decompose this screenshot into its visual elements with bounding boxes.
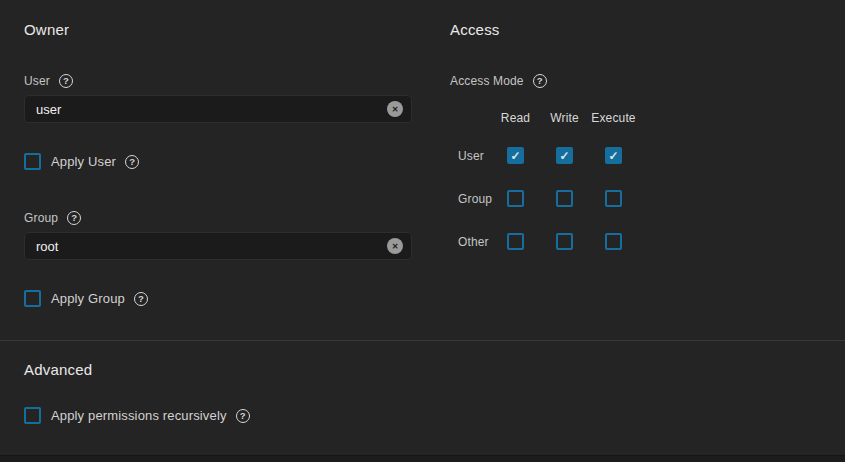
access-cell: ✓ [540, 147, 589, 164]
apply-group-row: ✓ Apply Group ? [24, 290, 412, 307]
check-icon: ✓ [510, 150, 520, 162]
recursive-row: ✓ Apply permissions recursively ? [24, 407, 821, 424]
apply-user-checkbox[interactable]: ✓ [24, 153, 41, 170]
access-section-title: Access [450, 22, 638, 38]
checkbox-other-write[interactable]: ✓ [556, 233, 573, 250]
clear-icon[interactable]: ✕ [387, 101, 403, 117]
access-cell: ✓ [540, 190, 589, 207]
recursive-label: Apply permissions recursively [51, 408, 227, 423]
access-col-execute: Execute [589, 111, 638, 125]
access-col-write: Write [540, 111, 589, 125]
checkbox-other-execute[interactable]: ✓ [605, 233, 622, 250]
access-row-label: User [450, 149, 491, 163]
owner-section: Owner User ? ✕ ✓ Apply User ? Group ? ✕ … [24, 22, 412, 340]
group-input-wrap: ✕ [24, 232, 412, 260]
access-cell: ✓ [491, 233, 540, 250]
section-edge-divider [0, 455, 845, 462]
access-cell: ✓ [540, 233, 589, 250]
help-icon[interactable]: ? [67, 211, 81, 225]
access-row-label: Other [450, 235, 491, 249]
group-field-label: Group [24, 211, 58, 225]
permissions-form-top: Owner User ? ✕ ✓ Apply User ? Group ? ✕ … [0, 0, 845, 341]
help-icon[interactable]: ? [236, 409, 250, 423]
access-col-read: Read [491, 111, 540, 125]
help-icon[interactable]: ? [59, 74, 73, 88]
access-cell: ✓ [491, 147, 540, 164]
access-cell: ✓ [589, 190, 638, 207]
apply-user-label: Apply User [51, 154, 116, 169]
check-icon: ✓ [559, 150, 569, 162]
help-icon[interactable]: ? [134, 292, 148, 306]
access-row: Other✓✓✓ [450, 233, 638, 250]
check-icon: ✓ [608, 150, 618, 162]
checkbox-other-read[interactable]: ✓ [507, 233, 524, 250]
user-field-label: User [24, 74, 50, 88]
apply-group-checkbox[interactable]: ✓ [24, 290, 41, 307]
checkbox-user-write[interactable]: ✓ [556, 147, 573, 164]
owner-section-title: Owner [24, 22, 412, 38]
clear-icon[interactable]: ✕ [387, 238, 403, 254]
access-cell: ✓ [589, 147, 638, 164]
advanced-section-title: Advanced [24, 362, 821, 378]
group-input[interactable] [24, 232, 412, 260]
apply-group-label: Apply Group [51, 291, 125, 306]
recursive-checkbox[interactable]: ✓ [24, 407, 41, 424]
access-mode-label: Access Mode [450, 74, 524, 88]
advanced-section: Advanced ✓ Apply permissions recursively… [0, 341, 845, 424]
checkbox-user-read[interactable]: ✓ [507, 147, 524, 164]
group-field-label-row: Group ? [24, 210, 412, 225]
user-field-label-row: User ? [24, 73, 412, 88]
help-icon[interactable]: ? [533, 74, 547, 88]
access-row-label: Group [450, 192, 491, 206]
access-grid-rows: User✓✓✓Group✓✓✓Other✓✓✓ [450, 147, 638, 250]
access-row: User✓✓✓ [450, 147, 638, 164]
access-section: Access Access Mode ? Read Write Execute … [450, 22, 638, 340]
access-cell: ✓ [491, 190, 540, 207]
checkbox-group-execute[interactable]: ✓ [605, 190, 622, 207]
checkbox-user-execute[interactable]: ✓ [605, 147, 622, 164]
user-input[interactable] [24, 95, 412, 123]
checkbox-group-read[interactable]: ✓ [507, 190, 524, 207]
help-icon[interactable]: ? [125, 155, 139, 169]
apply-user-row: ✓ Apply User ? [24, 153, 412, 170]
access-row: Group✓✓✓ [450, 190, 638, 207]
access-cell: ✓ [589, 233, 638, 250]
access-grid-header: Read Write Execute [450, 110, 638, 125]
checkbox-group-write[interactable]: ✓ [556, 190, 573, 207]
access-mode-label-row: Access Mode ? [450, 73, 638, 88]
user-input-wrap: ✕ [24, 95, 412, 123]
